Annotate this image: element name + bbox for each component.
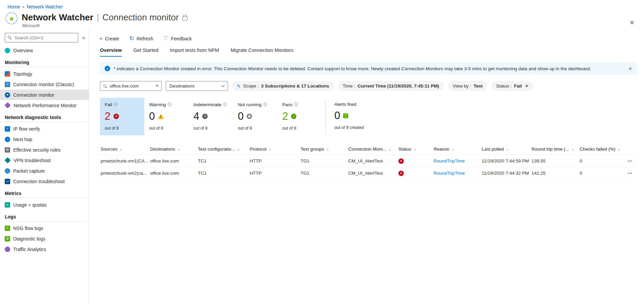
sidebar-item-diagnostic-logs[interactable]: ≣ Diagnostic logs bbox=[0, 233, 89, 244]
column-label: Last polled bbox=[482, 147, 504, 152]
table-row[interactable]: pmtestchunk-vm2(ca... office.live.com TC… bbox=[100, 167, 635, 179]
column-header-checks-failed[interactable]: Checks failed (%)↑↓ bbox=[579, 143, 623, 155]
status-value: Fail bbox=[514, 83, 522, 89]
scope-filter-pill[interactable]: ✎ Scope : 3 Subscriptions & 17 Locations bbox=[232, 81, 334, 91]
pass-card-sub: out of 8 bbox=[282, 126, 317, 131]
indeterminate-card[interactable]: Indeterminateⓘ 4? out of 8 bbox=[189, 98, 233, 135]
pass-status-icon: ✓ bbox=[291, 114, 296, 119]
sidebar-item-connection-troubleshoot[interactable]: ▭ Connection troubleshoot bbox=[0, 176, 89, 187]
tab-import-tests-from-npm[interactable]: Import tests from NPM bbox=[170, 47, 219, 57]
column-header-last-polled[interactable]: Last polled↑↓ bbox=[481, 143, 531, 155]
sidebar-item-vpn-troubleshoot[interactable]: VPN troubleshoot bbox=[0, 155, 89, 166]
heart-icon: ♡ bbox=[163, 35, 168, 42]
remove-status-filter-icon[interactable]: ✕ bbox=[525, 83, 529, 89]
sidebar-item-packet-capture[interactable]: ◦ Packet capture bbox=[0, 166, 89, 176]
sidebar-item-label: Network Performance Monitor bbox=[14, 103, 77, 108]
page-title: Network Watcher bbox=[22, 12, 93, 23]
destinations-dropdown[interactable]: Destinations bbox=[166, 81, 228, 91]
column-header-destinations[interactable]: Destinations↑↓ bbox=[149, 143, 197, 155]
filter-search-value: office.live.com bbox=[110, 83, 139, 89]
column-label: Status bbox=[398, 147, 411, 152]
fail-count: 2 bbox=[105, 110, 110, 122]
search-icon bbox=[103, 84, 106, 87]
view-by-label: View by : bbox=[453, 83, 471, 89]
info-icon: ⓘ bbox=[263, 102, 267, 108]
reason-link[interactable]: RoundTripTime bbox=[434, 171, 465, 176]
sidebar-item-traffic-analytics[interactable]: Traffic Analytics bbox=[0, 244, 89, 254]
clear-search-icon[interactable]: ✕ bbox=[155, 83, 159, 88]
sidebar-item-label: Connection troubleshoot bbox=[13, 179, 65, 184]
tab-overview[interactable]: Overview bbox=[100, 47, 122, 57]
info-icon: ⓘ bbox=[168, 102, 172, 108]
sidebar-item-label: Connection monitor (Classic) bbox=[13, 82, 74, 87]
table-row[interactable]: pmetstchunk-vm1(CA... office.live.com TC… bbox=[100, 155, 635, 167]
sidebar-item-connection-monitor-classic[interactable]: ≡ Connection monitor (Classic) bbox=[0, 79, 89, 90]
cell-test-configuration: TC1 bbox=[197, 167, 249, 179]
alerts-book-icon bbox=[343, 113, 348, 118]
pass-count: 2 bbox=[282, 110, 288, 122]
sidebar-item-nsg-flow-logs[interactable]: ≡ NSG flow logs bbox=[0, 223, 89, 233]
row-menu-button[interactable]: ••• bbox=[623, 155, 635, 167]
status-filter-pill[interactable]: Status : Fail ✕ bbox=[491, 81, 533, 91]
cell-destinations: office.live.com bbox=[149, 167, 197, 179]
cell-checks-failed: 0 bbox=[579, 155, 623, 167]
view-by-filter-pill[interactable]: View by : Test bbox=[448, 81, 487, 91]
row-menu-button[interactable]: ••• bbox=[623, 167, 635, 179]
refresh-button[interactable]: ↻ Refresh bbox=[129, 35, 153, 42]
pass-card[interactable]: Passⓘ 2✓ out of 8 bbox=[277, 98, 322, 135]
sidebar-collapse-button[interactable]: « bbox=[81, 34, 87, 41]
breadcrumb-home-link[interactable]: Home bbox=[7, 4, 20, 9]
connection-troubleshoot-icon: ▭ bbox=[5, 179, 10, 184]
print-icon[interactable] bbox=[182, 17, 188, 20]
not-running-card[interactable]: Not runningⓘ 0 out of 8 bbox=[233, 98, 277, 135]
refresh-button-label: Refresh bbox=[137, 36, 153, 41]
sidebar-item-topology[interactable]: Topology bbox=[0, 69, 89, 79]
sidebar-item-usage-quotas[interactable]: ≡ Usage + quotas bbox=[0, 199, 89, 210]
column-header-test-configuration[interactable]: Test configuratio...↑↓ bbox=[197, 143, 249, 155]
column-header-connection-monitor[interactable]: Connection Moni...↑↓ bbox=[348, 143, 398, 155]
alerts-fired-card[interactable]: Alerts fired 0 out of 9 created bbox=[334, 98, 379, 135]
column-label: Connection Moni... bbox=[348, 147, 387, 152]
column-header-round-trip-time[interactable]: Round trip time (...↑↓ bbox=[531, 143, 579, 155]
diagnostic-logs-icon: ≣ bbox=[5, 236, 10, 242]
sidebar-item-overview[interactable]: Overview bbox=[0, 45, 89, 56]
info-banner-text: * indicates a Connection Monitor created… bbox=[113, 66, 591, 71]
tab-migrate-connection-monitors[interactable]: Migrate Connection Monitors bbox=[231, 47, 293, 57]
sidebar-item-ip-flow-verify[interactable]: ✓ IP flow verify bbox=[0, 123, 89, 134]
page-header: * Network Watcher | Connection monitor M… bbox=[0, 9, 644, 28]
fail-card[interactable]: Failⓘ 2✕ out of 8 bbox=[100, 98, 144, 135]
info-icon: ⓘ bbox=[114, 102, 118, 108]
filter-search-input[interactable]: office.live.com ✕ bbox=[100, 81, 162, 91]
feedback-button[interactable]: ♡ Feedback bbox=[163, 35, 192, 42]
column-header-protocol[interactable]: Protocol↑↓ bbox=[249, 143, 300, 155]
create-button[interactable]: + Create bbox=[99, 35, 119, 42]
warning-card[interactable]: Warningⓘ 0 out of 8 bbox=[144, 98, 189, 135]
tab-get-started[interactable]: Get Started bbox=[133, 47, 159, 57]
sort-icon: ↑↓ bbox=[269, 148, 271, 151]
column-header-status[interactable]: Status↑↓ bbox=[398, 143, 433, 155]
effective-security-rules-icon: ≣ bbox=[5, 147, 10, 153]
indeterminate-count: 4 bbox=[193, 110, 199, 122]
sidebar-section-metrics: Metrics bbox=[0, 187, 85, 198]
cell-round-trip-time: 139.55 bbox=[531, 155, 579, 167]
sidebar-search-input[interactable] bbox=[5, 33, 78, 42]
sidebar-item-effective-security-rules[interactable]: ≣ Effective security rules bbox=[0, 145, 89, 155]
sidebar-item-next-hop[interactable]: → Next hop bbox=[0, 134, 89, 145]
column-header-test-groups[interactable]: Test groups↑↓ bbox=[300, 143, 348, 155]
blade-close-icon[interactable]: ✕ bbox=[629, 19, 635, 26]
sort-icon: ↑↓ bbox=[506, 148, 508, 151]
view-by-value: Test bbox=[474, 83, 483, 89]
sidebar-item-label: NSG flow logs bbox=[13, 226, 43, 231]
banner-close-icon[interactable]: ✕ bbox=[624, 66, 632, 71]
sidebar-item-connection-monitor[interactable]: ● Connection monitor bbox=[0, 90, 89, 100]
time-filter-pill[interactable]: Time : Current Time (11/19/2020, 7:45:11… bbox=[338, 81, 444, 91]
reason-link[interactable]: RoundTripTime bbox=[434, 158, 465, 163]
cell-destinations: office.live.com bbox=[149, 155, 197, 167]
column-header-sources[interactable]: Sources↑↓ bbox=[100, 143, 149, 155]
sidebar-item-network-performance-monitor[interactable]: Network Performance Monitor bbox=[0, 100, 89, 111]
column-header-reason[interactable]: Reason↑↓ bbox=[433, 143, 481, 155]
fail-status-icon: ✕ bbox=[398, 158, 404, 164]
breadcrumb-network-watcher-link[interactable]: Network Watcher bbox=[26, 4, 63, 9]
column-label: Reason bbox=[434, 147, 450, 152]
fail-status-icon: ✕ bbox=[398, 171, 404, 176]
